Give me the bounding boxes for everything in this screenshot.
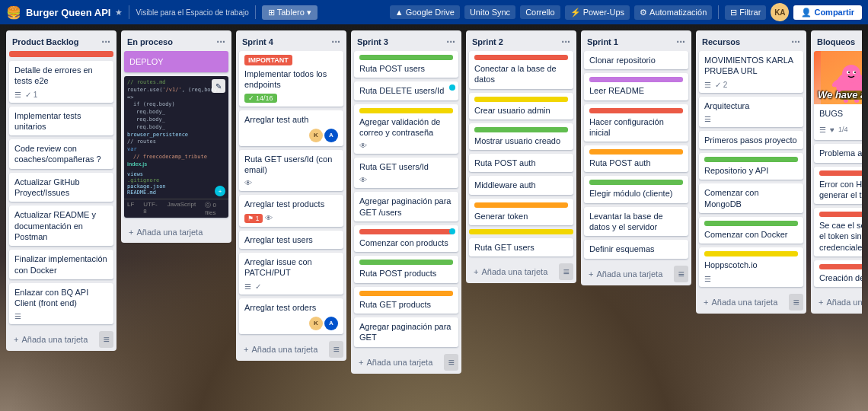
card-yellow-bar[interactable] xyxy=(469,229,573,234)
star-icon[interactable]: ★ xyxy=(115,8,123,18)
card-docker[interactable]: Finalizar implementación con Docker xyxy=(9,250,113,279)
card-elegir-modulo[interactable]: Elegir módulo (cliente) xyxy=(584,176,688,202)
card-paginacion-get[interactable]: Agregar paginación para GET xyxy=(354,317,458,347)
list-menu-sprint-4[interactable]: ··· xyxy=(331,36,340,48)
card-deploy[interactable]: DEPLOY xyxy=(124,51,228,72)
card-servidor-token[interactable]: Se cae el servidor al pedir el token sin… xyxy=(814,208,862,256)
plus-icon-4: + xyxy=(359,358,363,367)
add-card-backlog-btn[interactable]: + Añada una tarjeta xyxy=(9,332,99,347)
card-mostrar-usuario[interactable]: Mostrar usuario creado xyxy=(469,123,573,150)
card-arreglar-test-products[interactable]: Arreglar test products ⚑ 1 👁 xyxy=(239,195,343,226)
list-menu-sprint-1[interactable]: ··· xyxy=(676,36,685,48)
card-code-screenshot[interactable]: // routes.md router.use('/v1/', (req,bod… xyxy=(124,76,228,218)
user-avatar[interactable]: KA xyxy=(771,3,789,21)
label-yellow xyxy=(359,108,453,113)
card-arreglar-test-users[interactable]: Arreglar test users xyxy=(239,231,343,249)
compartir-btn[interactable]: 👤 Compartir xyxy=(793,5,862,20)
add-card-bloqueos-btn[interactable]: + Añada una tarjeta xyxy=(814,295,862,310)
card-movimientos-karla[interactable]: MOVIMIENTOS KARLA PRUEBA URL ☰ ✓ 2 xyxy=(699,51,803,93)
card-middleware-auth[interactable]: Middleware auth xyxy=(469,176,573,194)
card-docker-recursos[interactable]: Comenzar con Docker xyxy=(699,217,803,244)
template-btn-sprint4[interactable]: ≡ xyxy=(329,341,343,358)
card-problema-tests[interactable]: Problema al ejecutar tests xyxy=(814,144,862,162)
filter-icon: ⊟ xyxy=(730,8,737,18)
card-validacion-correo[interactable]: Agregar validación de correo y contraseñ… xyxy=(354,104,458,155)
tablero-view-btn[interactable]: ⊞ Tablero ▾ xyxy=(262,5,318,20)
card-bq-client[interactable]: Enlazar con BQ API Client (front end) ☰ xyxy=(9,283,113,325)
card-arreglar-test-orders[interactable]: Arreglar test orders K A xyxy=(239,298,343,334)
card-ruta-get-users[interactable]: Ruta GET users xyxy=(469,238,573,256)
card-bugs-image[interactable]: We have a bug BUGS ☰ ♥ 1/4 K xyxy=(814,51,862,140)
card-ruta-get-products[interactable]: Ruta GET products xyxy=(354,287,458,314)
add-card-sprint4-btn[interactable]: + Añada una tarjeta xyxy=(239,342,329,357)
card-code-review[interactable]: Code review con coaches/compañeras ? xyxy=(9,139,113,169)
template-btn-sprint1[interactable]: ≡ xyxy=(674,266,688,282)
card-crear-usuario-admin[interactable]: Crear usuario admin xyxy=(469,93,573,119)
card-arquitectura[interactable]: Arquitectura ☰ xyxy=(699,97,803,127)
google-drive-btn[interactable]: ▲ Google Drive xyxy=(390,5,460,19)
card-ruta-post-auth[interactable]: Ruta POST auth xyxy=(469,154,573,172)
card-primeros-pasos[interactable]: Primeros pasos proyecto xyxy=(699,131,803,149)
due-badge: ✓ 14/16 xyxy=(244,94,277,103)
list-menu-sprint-2[interactable]: ··· xyxy=(561,36,570,48)
template-btn-backlog[interactable]: ≡ xyxy=(99,331,113,348)
card-levantar-bd[interactable]: Levantar la base de datos y el servidor xyxy=(584,207,688,237)
corrello-btn[interactable]: Corrello xyxy=(520,5,560,19)
label-green-4 xyxy=(589,180,683,185)
add-card-sprint1-btn[interactable]: + Añada una tarjeta xyxy=(584,266,674,282)
card-repositorio-api[interactable]: Repositorio y API xyxy=(699,153,803,180)
card-generar-token[interactable]: Generar token xyxy=(469,199,573,225)
editor-status: LFUTF-8JavaScript⓪ 0 files xyxy=(124,199,228,218)
list-footer-sprint3: + Añada una tarjeta ≡ xyxy=(351,351,461,374)
card-comenzar-products[interactable]: Comenzar con products xyxy=(354,225,458,252)
power-ups-btn[interactable]: ⚡ Power-Ups xyxy=(565,5,630,20)
card-hoppscotch[interactable]: Hoppscotch.io ☰ xyxy=(699,247,803,286)
card-ruta-get-users-id[interactable]: Ruta GET users/Id 👁 xyxy=(354,158,458,188)
avatar-3: K xyxy=(309,317,323,330)
card-leer-readme[interactable]: Leer README xyxy=(584,73,688,100)
unito-sync-btn[interactable]: Unito Sync xyxy=(464,5,515,19)
card-implementar-endpoints[interactable]: IMPORTANT Implementar todos los endpoint… xyxy=(239,51,343,107)
card-error-headers[interactable]: Error con Headers al generar el token xyxy=(814,167,862,205)
list-title-sprint-3: Sprint 3 xyxy=(357,37,388,46)
card-tests-unitarios[interactable]: Implementar tests unitarios xyxy=(9,107,113,136)
eye-icon-2: 👁 xyxy=(265,214,273,222)
card-ruta-post-auth-s1[interactable]: Ruta POST auth xyxy=(584,145,688,172)
card-mongodb[interactable]: Comenzar con MongoDB xyxy=(699,183,803,213)
card-errors-tests[interactable]: Detalle de errores en tests e2e ☰ ✓ 1 xyxy=(9,61,113,103)
list-menu-recursos[interactable]: ··· xyxy=(791,36,800,48)
eye-icon-3: 👁 xyxy=(359,142,367,150)
list-menu-en-proceso[interactable]: ··· xyxy=(216,36,225,48)
card-definir-esquemas[interactable]: Definir esquemas xyxy=(584,240,688,258)
filtrar-btn[interactable]: ⊟ Filtrar xyxy=(725,5,766,20)
card-usuario-sin-rol[interactable]: Creación de usuario sin rol xyxy=(814,260,862,287)
svg-point-6 xyxy=(854,72,856,73)
card-conectar-bd[interactable]: Conectar a la base de datos xyxy=(469,51,573,89)
add-card-sprint3-btn[interactable]: + Añada una tarjeta xyxy=(354,355,444,370)
card-color-bar-1[interactable] xyxy=(9,51,113,57)
add-card-proceso-btn[interactable]: + Añada una tarjeta xyxy=(124,225,228,240)
add-card-recursos-btn[interactable]: + Añada una tarjeta xyxy=(699,295,789,310)
card-ruta-delete-users[interactable]: Ruta DELETE users/Id xyxy=(354,81,458,100)
card-readme-postman[interactable]: Actualizar README y documentación en Pos… xyxy=(9,206,113,246)
template-btn-sprint2[interactable]: ≡ xyxy=(559,263,573,280)
list-header-sprint-2: Sprint 2 ··· xyxy=(466,30,576,51)
card-ruta-get-users-email[interactable]: Ruta GET users/Id (con email) 👁 xyxy=(239,150,343,192)
google-drive-icon: ▲ xyxy=(395,8,404,17)
list-menu-sprint-3[interactable]: ··· xyxy=(446,36,455,48)
add-card-sprint2-btn[interactable]: + Añada una tarjeta xyxy=(469,264,559,279)
card-ruta-post-products[interactable]: Ruta POST products xyxy=(354,256,458,282)
card-ruta-post-users[interactable]: Ruta POST users xyxy=(354,51,458,78)
automatizacion-btn[interactable]: ⚙ Automatización xyxy=(634,5,712,20)
card-arreglar-test-auth[interactable]: Arreglar test auth K A xyxy=(239,110,343,146)
card-paginacion-get-users[interactable]: Agregar paginación para GET /users xyxy=(354,192,458,221)
list-header-sprint-3: Sprint 3 ··· xyxy=(351,30,461,51)
card-config-inicial[interactable]: Hacer configuración inicial xyxy=(584,104,688,142)
list-menu-btn[interactable]: ··· xyxy=(101,36,110,48)
card-arreglar-patch-put[interactable]: Arreglar issue con PATCH/PUT ☰ ✓ xyxy=(239,253,343,295)
card-github-proyect[interactable]: Actualizar GitHub Proyect/Issues xyxy=(9,173,113,202)
edit-icon[interactable]: ✎ xyxy=(212,79,225,93)
template-btn-sprint3[interactable]: ≡ xyxy=(444,354,458,371)
template-btn-recursos[interactable]: ≡ xyxy=(789,294,803,311)
card-clonar-repo[interactable]: Clonar repositorio xyxy=(584,51,688,69)
